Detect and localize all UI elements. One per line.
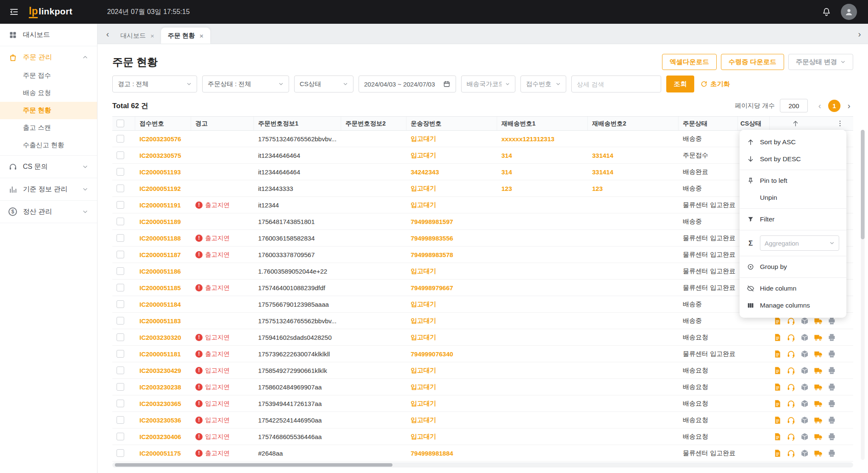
sidebar-toggle-icon[interactable] (8, 6, 19, 17)
document-icon[interactable] (773, 333, 782, 342)
filter-date-range[interactable]: 2024/04/03 ~ 2024/07/03 (359, 76, 456, 92)
col-header-order-no1[interactable]: 주문번호정보1 (254, 117, 341, 130)
vertical-scrollbar-thumb[interactable] (861, 130, 865, 239)
filter-order-status-select[interactable]: 주문상태 : 전체 (202, 76, 289, 92)
sidebar-item-outbound-scan[interactable]: 출고 스캔 (0, 119, 97, 137)
row-checkbox[interactable] (117, 151, 124, 159)
sidebar-item-cs-inquiry[interactable]: CS 문의 (0, 157, 97, 176)
row-checkbox[interactable] (117, 168, 124, 176)
headset-icon[interactable] (787, 350, 796, 358)
col-header-order-no2[interactable]: 주문번호정보2 (341, 117, 406, 130)
receipt-no-link[interactable]: IC2000051187 (139, 251, 181, 258)
row-checkbox[interactable] (117, 400, 124, 407)
printer-icon[interactable] (827, 350, 836, 358)
waybill-link[interactable]: 794998981597 (411, 218, 453, 225)
row-checkbox[interactable] (117, 284, 124, 291)
receipt-no-link[interactable]: IC2000051192 (139, 185, 181, 192)
tabs-scroll-left-icon[interactable]: ‹ (102, 25, 114, 42)
waybill-link[interactable]: 794998983556 (411, 235, 453, 242)
menu-item-filter[interactable]: Filter (740, 211, 846, 228)
waybill-link[interactable]: 입고대기 (411, 400, 436, 408)
package-icon[interactable] (800, 383, 809, 392)
row-checkbox[interactable] (117, 367, 124, 374)
printer-icon[interactable] (827, 383, 836, 392)
receipt-no-link[interactable]: IC2003230429 (139, 367, 181, 374)
printer-icon[interactable] (827, 333, 836, 342)
tab-order-status[interactable]: 주문 현황 × (161, 28, 210, 44)
printer-icon[interactable] (827, 416, 836, 425)
receipt-no-link[interactable]: IC2000051189 (139, 218, 181, 225)
row-checkbox[interactable] (117, 267, 124, 275)
menu-item-sort-asc[interactable]: Sort by ASC (740, 134, 846, 151)
package-icon[interactable] (800, 416, 809, 425)
excel-download-button[interactable]: 엑셀다운로드 (662, 54, 717, 70)
receipt-no-link[interactable]: IC2000051193 (139, 168, 181, 176)
row-checkbox[interactable] (117, 433, 124, 440)
printer-icon[interactable] (827, 399, 836, 408)
current-page-button[interactable]: 1 (828, 100, 840, 112)
waybill-link[interactable]: 34242343 (411, 168, 439, 176)
receipt-no-link[interactable]: IC2000051175 (139, 450, 181, 457)
prev-page-icon[interactable]: ‹ (815, 101, 824, 111)
reset-button[interactable]: 초기화 (700, 80, 730, 89)
filter-country-select[interactable]: 배송국가코드 (461, 76, 515, 92)
truck-icon[interactable] (814, 350, 823, 358)
waybill-link[interactable]: 입고대기 (411, 317, 436, 325)
waybill-link[interactable]: 입고대기 (411, 135, 436, 143)
row-checkbox[interactable] (117, 333, 124, 341)
menu-item-hide-column[interactable]: Hide column (740, 280, 846, 297)
headset-icon[interactable] (787, 432, 796, 441)
headset-icon[interactable] (787, 366, 796, 375)
headset-icon[interactable] (787, 416, 796, 425)
menu-item-unpin[interactable]: Unpin (740, 189, 846, 206)
waybill-link[interactable]: 입고대기 (411, 433, 436, 441)
close-icon[interactable]: × (150, 32, 154, 39)
sidebar-item-order-status[interactable]: 주문 현황 (0, 102, 97, 119)
search-button[interactable]: 조회 (666, 76, 694, 92)
column-menu-kebab-icon[interactable] (836, 120, 844, 127)
horizontal-scrollbar[interactable] (112, 462, 853, 467)
document-icon[interactable] (773, 383, 782, 392)
truck-icon[interactable] (814, 383, 823, 392)
user-avatar[interactable] (841, 4, 857, 20)
package-icon[interactable] (800, 333, 809, 342)
menu-item-manage-columns[interactable]: Manage columns (740, 297, 846, 314)
row-checkbox[interactable] (117, 317, 124, 325)
waybill-link[interactable]: 입고대기 (411, 267, 436, 275)
waybill-link[interactable]: 입고대기 (411, 333, 436, 341)
sidebar-item-settlement[interactable]: $ 정산 관리 (0, 202, 97, 221)
sidebar-item-master-data[interactable]: 기준 정보 관리 (0, 179, 97, 199)
filter-warning-select[interactable]: 경고 : 전체 (112, 76, 197, 92)
receipt-no-link[interactable]: IC2000051186 (139, 268, 181, 275)
waybill-link[interactable]: 입고대기 (411, 185, 436, 193)
waybill-link[interactable]: 입고대기 (411, 367, 436, 375)
waybill-link[interactable]: 입고대기 (411, 383, 436, 391)
row-checkbox[interactable] (117, 416, 124, 424)
row-checkbox[interactable] (117, 234, 124, 242)
receipt-no-link[interactable]: IC2003230406 (139, 433, 181, 440)
change-order-status-button[interactable]: 주문상태 변경 (788, 54, 853, 70)
waybill-link[interactable]: 794998979667 (411, 284, 453, 291)
receipt-no-link[interactable]: IC2003230238 (139, 383, 181, 391)
tab-dashboard[interactable]: 대시보드 × (114, 28, 161, 44)
document-icon[interactable] (773, 416, 782, 425)
truck-icon[interactable] (814, 366, 823, 375)
waybill-link[interactable]: 794998981884 (411, 450, 453, 457)
tabs-scroll-right-icon[interactable]: › (854, 25, 865, 42)
waybill-link[interactable]: 입고대기 (411, 416, 436, 424)
headset-icon[interactable] (787, 399, 796, 408)
waybill-link[interactable]: 794999076340 (411, 350, 453, 358)
row-checkbox[interactable] (117, 300, 124, 308)
sidebar-item-order-receive[interactable]: 주문 접수 (0, 67, 97, 84)
close-icon[interactable]: × (200, 32, 203, 39)
next-page-icon[interactable]: › (845, 101, 853, 111)
vertical-scrollbar[interactable] (861, 130, 865, 460)
row-checkbox[interactable] (117, 383, 124, 391)
receipt-no-link[interactable]: IC2003230575 (139, 152, 181, 159)
document-icon[interactable] (773, 449, 782, 458)
headset-icon[interactable] (787, 333, 796, 342)
truck-icon[interactable] (814, 333, 823, 342)
row-checkbox[interactable] (117, 135, 124, 143)
receipt-no-link[interactable]: IC2000051184 (139, 301, 181, 308)
receipt-no-link[interactable]: IC2003230320 (139, 334, 181, 341)
